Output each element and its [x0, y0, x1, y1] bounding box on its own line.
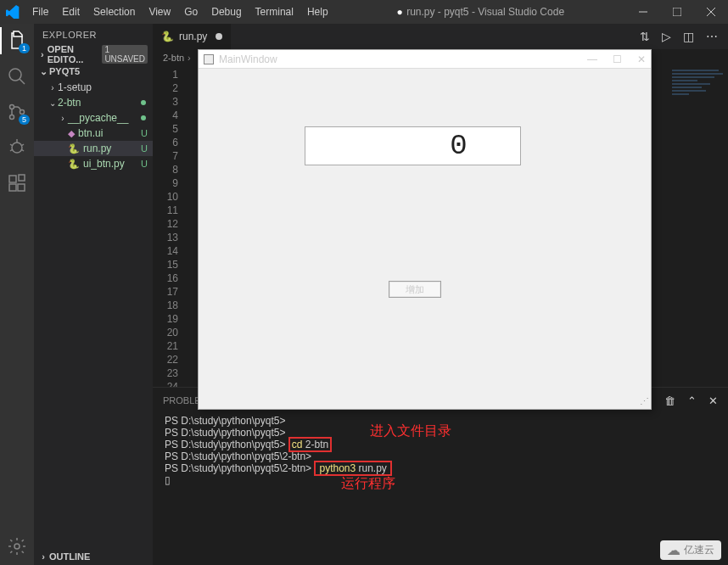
- resize-grip-icon[interactable]: ⋰: [640, 396, 649, 407]
- line-num: 2: [153, 81, 178, 95]
- menu-file[interactable]: File: [25, 6, 55, 18]
- panel: PROBLEM 🗑 ⌃ ✕ PS D:\study\python\pyqt5> …: [153, 387, 728, 565]
- sidebar: EXPLORER › OPEN EDITO... 1 UNSAVED ⌄ PYQ…: [34, 24, 153, 565]
- run-icon[interactable]: ▷: [662, 30, 671, 43]
- folder-1-setup[interactable]: ›1-setup: [34, 80, 153, 95]
- git-status-u: U: [141, 128, 148, 138]
- pyqt-close-button[interactable]: ✕: [637, 53, 646, 65]
- watermark: ☁ 亿速云: [660, 540, 721, 560]
- pyqt-titlebar[interactable]: MainWindow — ☐ ✕: [199, 50, 651, 69]
- sidebar-title: EXPLORER: [34, 24, 153, 46]
- debug-icon[interactable]: [7, 137, 27, 158]
- settings-gear-icon[interactable]: [7, 536, 27, 557]
- open-editors-section[interactable]: › OPEN EDITO... 1 UNSAVED: [34, 46, 153, 63]
- trash-icon[interactable]: 🗑: [664, 394, 675, 407]
- python-file-icon: 🐍: [68, 143, 80, 154]
- ui-file-icon: ◆: [68, 128, 75, 139]
- workspace-root[interactable]: ⌄ PYQT5: [34, 63, 153, 80]
- menu-debug[interactable]: Debug: [204, 6, 248, 18]
- line-num: 11: [153, 204, 178, 217]
- line-num: 24: [153, 380, 178, 387]
- modified-dot-icon: [141, 115, 146, 120]
- close-icon[interactable]: ✕: [708, 394, 718, 407]
- file-label: ui_btn.py: [83, 158, 125, 170]
- outline-section[interactable]: › OUTLINE: [34, 548, 153, 565]
- file-ui-btn-py[interactable]: 🐍ui_btn.pyU: [34, 156, 153, 171]
- annotation-enter-dir: 进入文件目录: [370, 422, 451, 440]
- svg-point-9: [12, 143, 22, 153]
- menu-edit[interactable]: Edit: [55, 6, 87, 18]
- git-status-u: U: [141, 143, 148, 154]
- modified-dot-icon: ●: [397, 6, 403, 18]
- chevron-down-icon: ⌄: [37, 66, 49, 77]
- modified-dot-icon: [141, 100, 146, 105]
- menu-selection[interactable]: Selection: [87, 6, 142, 18]
- minimap[interactable]: [669, 66, 728, 387]
- menu-view[interactable]: View: [142, 6, 177, 18]
- increment-button[interactable]: 增加: [389, 281, 441, 298]
- cloud-icon: ☁: [667, 542, 680, 558]
- annotation-run-program: 运行程序: [341, 475, 395, 493]
- folder-pycache[interactable]: ›__pycache__: [34, 110, 153, 126]
- line-num: 23: [153, 366, 178, 380]
- vscode-logo-icon: [0, 5, 25, 19]
- line-num: 17: [153, 285, 178, 299]
- breadcrumb-item[interactable]: 2-btn: [163, 53, 184, 63]
- menu-go[interactable]: Go: [177, 6, 204, 18]
- window-minimize-button[interactable]: [626, 0, 660, 24]
- extensions-icon[interactable]: [7, 173, 27, 193]
- line-num: 13: [153, 231, 178, 244]
- titlebar: File Edit Selection View Go Debug Termin…: [0, 0, 728, 24]
- menu-terminal[interactable]: Terminal: [249, 6, 300, 18]
- svg-rect-1: [673, 8, 681, 16]
- line-num: 21: [153, 339, 178, 353]
- chevron-up-icon[interactable]: ⌃: [687, 394, 697, 407]
- pyqt-minimize-button[interactable]: —: [587, 53, 597, 65]
- pyqt-maximize-button[interactable]: ☐: [613, 53, 622, 65]
- line-num: 5: [153, 122, 178, 136]
- tab-run-py[interactable]: 🐍 run.py: [153, 24, 232, 49]
- line-num: 1: [153, 68, 178, 81]
- open-editors-label: OPEN EDITO...: [48, 44, 103, 64]
- line-num: 8: [153, 163, 178, 176]
- chevron-right-icon: ›: [48, 83, 58, 92]
- svg-rect-15: [9, 176, 16, 182]
- svg-point-8: [20, 110, 25, 115]
- window-close-button[interactable]: [694, 0, 728, 24]
- folder-label: 1-setup: [58, 81, 92, 93]
- outline-label: OUTLINE: [49, 551, 90, 562]
- line-num: 7: [153, 149, 178, 163]
- git-status-u: U: [141, 159, 148, 169]
- more-icon[interactable]: ⋯: [706, 30, 718, 43]
- line-num: 15: [153, 258, 178, 271]
- file-run-py[interactable]: 🐍run.pyU: [34, 141, 153, 156]
- explorer-icon[interactable]: 1: [7, 31, 27, 51]
- tab-bar: 🐍 run.py ⇅ ▷ ◫ ⋯: [153, 24, 728, 49]
- line-num: 20: [153, 326, 178, 339]
- folder-label: __pycache__: [68, 112, 128, 124]
- terminal-line: PS D:\study\python\pyqt5\2-btn> python3 …: [165, 462, 716, 474]
- root-label: PYQT5: [49, 66, 80, 76]
- svg-rect-17: [18, 184, 25, 191]
- terminal-line: PS D:\study\python\pyqt5\2-btn>: [165, 450, 716, 462]
- line-num: 10: [153, 190, 178, 204]
- search-icon[interactable]: [7, 66, 27, 87]
- folder-2-btn[interactable]: ⌄2-btn: [34, 95, 153, 110]
- menu-help[interactable]: Help: [300, 6, 335, 18]
- compare-icon[interactable]: ⇅: [640, 30, 650, 43]
- line-num: 4: [153, 109, 178, 122]
- window-maximize-button[interactable]: [660, 0, 694, 24]
- file-btn-ui[interactable]: ◆btn.uiU: [34, 126, 153, 141]
- unsaved-badge: 1 UNSAVED: [102, 45, 148, 64]
- folder-label: 2-btn: [58, 97, 81, 109]
- terminal-cursor: ▯: [165, 474, 716, 486]
- pyqt-app-icon: [204, 54, 214, 64]
- chevron-right-icon: ›: [37, 551, 49, 562]
- cmd-python: python3 run.py: [314, 461, 391, 476]
- svg-line-5: [20, 79, 25, 84]
- modified-dot-icon: [216, 33, 222, 40]
- split-editor-icon[interactable]: ◫: [683, 30, 694, 43]
- source-control-icon[interactable]: 5: [7, 102, 27, 122]
- python-file-icon: 🐍: [161, 31, 174, 42]
- pyqt-main-window: MainWindow — ☐ ✕ 0 增加 ⋰: [198, 49, 652, 410]
